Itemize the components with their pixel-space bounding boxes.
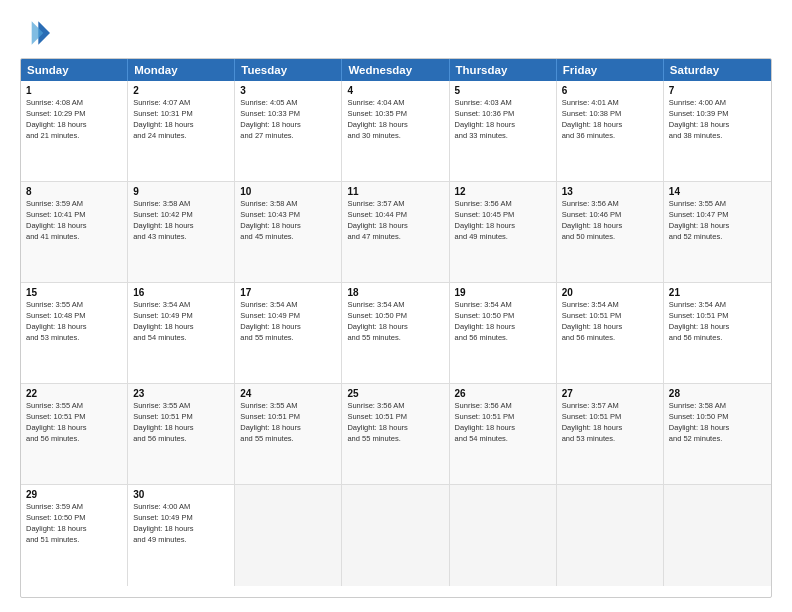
day-cell-26: 26Sunrise: 3:56 AM Sunset: 10:51 PM Dayl… bbox=[450, 384, 557, 484]
day-number: 26 bbox=[455, 388, 551, 399]
day-cell-20: 20Sunrise: 3:54 AM Sunset: 10:51 PM Dayl… bbox=[557, 283, 664, 383]
day-number: 16 bbox=[133, 287, 229, 298]
calendar: SundayMondayTuesdayWednesdayThursdayFrid… bbox=[20, 58, 772, 598]
calendar-row-3: 15Sunrise: 3:55 AM Sunset: 10:48 PM Dayl… bbox=[21, 283, 771, 384]
day-cell-9: 9Sunrise: 3:58 AM Sunset: 10:42 PM Dayli… bbox=[128, 182, 235, 282]
day-info: Sunrise: 3:55 AM Sunset: 10:51 PM Daylig… bbox=[240, 401, 336, 445]
day-cell-3: 3Sunrise: 4:05 AM Sunset: 10:33 PM Dayli… bbox=[235, 81, 342, 181]
day-number: 12 bbox=[455, 186, 551, 197]
header-day-thursday: Thursday bbox=[450, 59, 557, 81]
day-info: Sunrise: 3:55 AM Sunset: 10:51 PM Daylig… bbox=[26, 401, 122, 445]
calendar-body: 1Sunrise: 4:08 AM Sunset: 10:29 PM Dayli… bbox=[21, 81, 771, 586]
header-day-saturday: Saturday bbox=[664, 59, 771, 81]
calendar-row-1: 1Sunrise: 4:08 AM Sunset: 10:29 PM Dayli… bbox=[21, 81, 771, 182]
empty-cell bbox=[235, 485, 342, 586]
day-number: 27 bbox=[562, 388, 658, 399]
header-day-monday: Monday bbox=[128, 59, 235, 81]
logo-icon bbox=[20, 18, 50, 48]
day-number: 29 bbox=[26, 489, 122, 500]
day-cell-16: 16Sunrise: 3:54 AM Sunset: 10:49 PM Dayl… bbox=[128, 283, 235, 383]
header-day-wednesday: Wednesday bbox=[342, 59, 449, 81]
empty-cell bbox=[557, 485, 664, 586]
day-number: 24 bbox=[240, 388, 336, 399]
day-cell-15: 15Sunrise: 3:55 AM Sunset: 10:48 PM Dayl… bbox=[21, 283, 128, 383]
logo bbox=[20, 18, 54, 48]
day-info: Sunrise: 3:57 AM Sunset: 10:44 PM Daylig… bbox=[347, 199, 443, 243]
day-cell-14: 14Sunrise: 3:55 AM Sunset: 10:47 PM Dayl… bbox=[664, 182, 771, 282]
day-info: Sunrise: 4:07 AM Sunset: 10:31 PM Daylig… bbox=[133, 98, 229, 142]
day-cell-10: 10Sunrise: 3:58 AM Sunset: 10:43 PM Dayl… bbox=[235, 182, 342, 282]
day-cell-18: 18Sunrise: 3:54 AM Sunset: 10:50 PM Dayl… bbox=[342, 283, 449, 383]
day-number: 20 bbox=[562, 287, 658, 298]
day-cell-1: 1Sunrise: 4:08 AM Sunset: 10:29 PM Dayli… bbox=[21, 81, 128, 181]
day-number: 22 bbox=[26, 388, 122, 399]
header-day-tuesday: Tuesday bbox=[235, 59, 342, 81]
day-info: Sunrise: 4:08 AM Sunset: 10:29 PM Daylig… bbox=[26, 98, 122, 142]
day-number: 2 bbox=[133, 85, 229, 96]
day-info: Sunrise: 4:00 AM Sunset: 10:39 PM Daylig… bbox=[669, 98, 766, 142]
day-cell-17: 17Sunrise: 3:54 AM Sunset: 10:49 PM Dayl… bbox=[235, 283, 342, 383]
day-cell-19: 19Sunrise: 3:54 AM Sunset: 10:50 PM Dayl… bbox=[450, 283, 557, 383]
day-cell-22: 22Sunrise: 3:55 AM Sunset: 10:51 PM Dayl… bbox=[21, 384, 128, 484]
calendar-row-2: 8Sunrise: 3:59 AM Sunset: 10:41 PM Dayli… bbox=[21, 182, 771, 283]
day-info: Sunrise: 4:03 AM Sunset: 10:36 PM Daylig… bbox=[455, 98, 551, 142]
day-info: Sunrise: 3:56 AM Sunset: 10:46 PM Daylig… bbox=[562, 199, 658, 243]
day-number: 17 bbox=[240, 287, 336, 298]
day-info: Sunrise: 3:54 AM Sunset: 10:51 PM Daylig… bbox=[562, 300, 658, 344]
day-number: 13 bbox=[562, 186, 658, 197]
empty-cell bbox=[450, 485, 557, 586]
day-number: 5 bbox=[455, 85, 551, 96]
day-number: 14 bbox=[669, 186, 766, 197]
day-info: Sunrise: 3:56 AM Sunset: 10:51 PM Daylig… bbox=[347, 401, 443, 445]
day-cell-5: 5Sunrise: 4:03 AM Sunset: 10:36 PM Dayli… bbox=[450, 81, 557, 181]
day-number: 7 bbox=[669, 85, 766, 96]
day-info: Sunrise: 3:59 AM Sunset: 10:41 PM Daylig… bbox=[26, 199, 122, 243]
calendar-row-5: 29Sunrise: 3:59 AM Sunset: 10:50 PM Dayl… bbox=[21, 485, 771, 586]
day-cell-25: 25Sunrise: 3:56 AM Sunset: 10:51 PM Dayl… bbox=[342, 384, 449, 484]
day-number: 1 bbox=[26, 85, 122, 96]
day-number: 21 bbox=[669, 287, 766, 298]
header-day-friday: Friday bbox=[557, 59, 664, 81]
day-info: Sunrise: 3:54 AM Sunset: 10:51 PM Daylig… bbox=[669, 300, 766, 344]
day-number: 15 bbox=[26, 287, 122, 298]
day-cell-24: 24Sunrise: 3:55 AM Sunset: 10:51 PM Dayl… bbox=[235, 384, 342, 484]
day-number: 9 bbox=[133, 186, 229, 197]
day-info: Sunrise: 3:55 AM Sunset: 10:51 PM Daylig… bbox=[133, 401, 229, 445]
day-cell-6: 6Sunrise: 4:01 AM Sunset: 10:38 PM Dayli… bbox=[557, 81, 664, 181]
day-cell-4: 4Sunrise: 4:04 AM Sunset: 10:35 PM Dayli… bbox=[342, 81, 449, 181]
day-number: 30 bbox=[133, 489, 229, 500]
day-info: Sunrise: 4:05 AM Sunset: 10:33 PM Daylig… bbox=[240, 98, 336, 142]
day-cell-21: 21Sunrise: 3:54 AM Sunset: 10:51 PM Dayl… bbox=[664, 283, 771, 383]
day-info: Sunrise: 4:00 AM Sunset: 10:49 PM Daylig… bbox=[133, 502, 229, 546]
day-number: 28 bbox=[669, 388, 766, 399]
day-cell-7: 7Sunrise: 4:00 AM Sunset: 10:39 PM Dayli… bbox=[664, 81, 771, 181]
day-cell-2: 2Sunrise: 4:07 AM Sunset: 10:31 PM Dayli… bbox=[128, 81, 235, 181]
day-info: Sunrise: 3:58 AM Sunset: 10:50 PM Daylig… bbox=[669, 401, 766, 445]
calendar-header: SundayMondayTuesdayWednesdayThursdayFrid… bbox=[21, 59, 771, 81]
day-info: Sunrise: 3:59 AM Sunset: 10:50 PM Daylig… bbox=[26, 502, 122, 546]
day-info: Sunrise: 3:55 AM Sunset: 10:47 PM Daylig… bbox=[669, 199, 766, 243]
day-info: Sunrise: 3:56 AM Sunset: 10:45 PM Daylig… bbox=[455, 199, 551, 243]
day-info: Sunrise: 3:58 AM Sunset: 10:42 PM Daylig… bbox=[133, 199, 229, 243]
day-cell-8: 8Sunrise: 3:59 AM Sunset: 10:41 PM Dayli… bbox=[21, 182, 128, 282]
header bbox=[20, 18, 772, 48]
day-cell-27: 27Sunrise: 3:57 AM Sunset: 10:51 PM Dayl… bbox=[557, 384, 664, 484]
day-cell-13: 13Sunrise: 3:56 AM Sunset: 10:46 PM Dayl… bbox=[557, 182, 664, 282]
day-info: Sunrise: 3:55 AM Sunset: 10:48 PM Daylig… bbox=[26, 300, 122, 344]
empty-cell bbox=[664, 485, 771, 586]
empty-cell bbox=[342, 485, 449, 586]
day-info: Sunrise: 3:58 AM Sunset: 10:43 PM Daylig… bbox=[240, 199, 336, 243]
day-number: 10 bbox=[240, 186, 336, 197]
day-cell-28: 28Sunrise: 3:58 AM Sunset: 10:50 PM Dayl… bbox=[664, 384, 771, 484]
day-number: 8 bbox=[26, 186, 122, 197]
day-cell-11: 11Sunrise: 3:57 AM Sunset: 10:44 PM Dayl… bbox=[342, 182, 449, 282]
day-info: Sunrise: 3:57 AM Sunset: 10:51 PM Daylig… bbox=[562, 401, 658, 445]
day-info: Sunrise: 3:56 AM Sunset: 10:51 PM Daylig… bbox=[455, 401, 551, 445]
day-number: 4 bbox=[347, 85, 443, 96]
day-cell-30: 30Sunrise: 4:00 AM Sunset: 10:49 PM Dayl… bbox=[128, 485, 235, 586]
day-info: Sunrise: 3:54 AM Sunset: 10:50 PM Daylig… bbox=[347, 300, 443, 344]
day-number: 25 bbox=[347, 388, 443, 399]
day-info: Sunrise: 3:54 AM Sunset: 10:49 PM Daylig… bbox=[133, 300, 229, 344]
day-number: 6 bbox=[562, 85, 658, 96]
page: SundayMondayTuesdayWednesdayThursdayFrid… bbox=[0, 0, 792, 612]
